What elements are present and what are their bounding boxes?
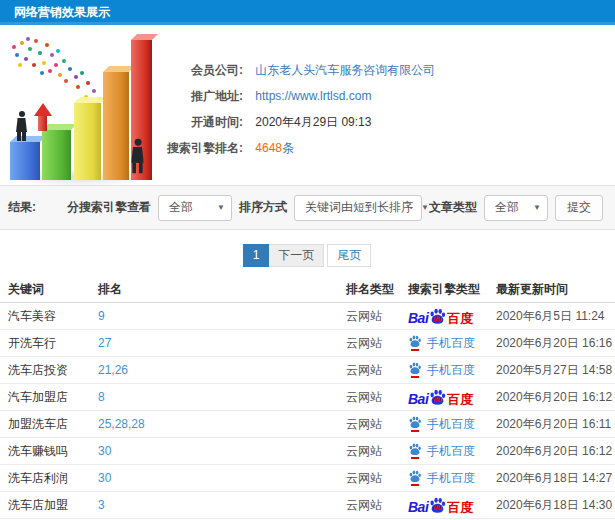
time-cell: 2020年6月18日 14:27 bbox=[496, 470, 615, 487]
app-window: 网络营销效果展示 会员公司: 山东老人头汽车服务咨询有限公司 bbox=[0, 0, 615, 520]
mobile-baidu-paw-icon bbox=[408, 335, 422, 351]
engine-select[interactable]: 全部 ▼ bbox=[158, 195, 232, 221]
time-cell: 2020年5月27日 14:58 bbox=[496, 362, 615, 379]
time-cell: 2020年6月18日 14:30 bbox=[496, 497, 615, 514]
rank-cell[interactable]: 21,26 bbox=[98, 363, 346, 377]
promo-url-label: 推广地址: bbox=[150, 83, 243, 109]
pagination: 1 下一页 尾页 bbox=[0, 244, 615, 267]
time-cell: 2020年6月20日 16:12 bbox=[496, 443, 615, 460]
table-row: 汽车加盟店 8 云网站 Bai du 百度 2020年6月20日 16:12 bbox=[0, 384, 615, 411]
header-update-time: 最新更新时间 bbox=[496, 281, 615, 298]
rank-cell[interactable]: 25,28,28 bbox=[98, 417, 346, 431]
info-row-company: 会员公司: 山东老人头汽车服务咨询有限公司 bbox=[150, 57, 435, 83]
rank-type-cell: 云网站 bbox=[346, 335, 408, 352]
mobile-baidu-paw-icon bbox=[408, 416, 422, 432]
article-type-select-value: 全部 bbox=[495, 199, 519, 216]
table-row: 洗车店投资 21,26 云网站 手机百度 2020年5月27日 14:58 bbox=[0, 357, 615, 384]
businessman-figure-right bbox=[131, 139, 144, 174]
keyword-cell: 洗车店加盟 bbox=[8, 497, 98, 514]
filter-bar: 结果: 分搜索引擎查看 全部 ▼ 排序方式 关键词由短到长排序 ▼ 文章类型 全… bbox=[0, 186, 615, 230]
bar-orange bbox=[103, 72, 129, 180]
rank-type-cell: 云网站 bbox=[346, 443, 408, 460]
page-button-last[interactable]: 尾页 bbox=[327, 244, 371, 267]
baidu-logo: Bai du 百度 bbox=[408, 497, 473, 514]
engine-cell: 手机百度 bbox=[408, 443, 496, 460]
page-title: 网络营销效果展示 bbox=[14, 5, 110, 19]
rank-cell[interactable]: 3 bbox=[98, 498, 346, 512]
rank-cell[interactable]: 27 bbox=[98, 336, 346, 350]
page-button-next[interactable]: 下一页 bbox=[268, 244, 324, 267]
table-row: 洗车店加盟 3 云网站 Bai du 百度 2020年6月18日 14:30 bbox=[0, 492, 615, 519]
company-link[interactable]: 山东老人头汽车服务咨询有限公司 bbox=[255, 63, 435, 77]
engine-cell: 手机百度 bbox=[408, 416, 496, 433]
table-body: 汽车美容 9 云网站 Bai du 百度 2020年6月5日 11:24 开洗车… bbox=[0, 303, 615, 519]
time-cell: 2020年6月5日 11:24 bbox=[496, 308, 615, 325]
keyword-cell: 加盟洗车店 bbox=[8, 416, 98, 433]
info-row-open-time: 开通时间: 2020年4月29日 09:13 bbox=[150, 109, 371, 135]
mobile-baidu-logo: 手机百度 bbox=[408, 362, 475, 379]
table-row: 汽车美容 9 云网站 Bai du 百度 2020年6月5日 11:24 bbox=[0, 303, 615, 330]
table-header-row: 关键词 排名 排名类型 搜索引擎类型 最新更新时间 bbox=[0, 277, 615, 303]
page-button-current[interactable]: 1 bbox=[243, 244, 270, 267]
header-keyword: 关键词 bbox=[8, 281, 98, 298]
time-cell: 2020年6月20日 16:12 bbox=[496, 389, 615, 406]
baidu-logo: Bai du 百度 bbox=[408, 308, 473, 325]
engine-filter-label: 分搜索引擎查看 bbox=[67, 199, 151, 216]
baidu-logo: Bai du 百度 bbox=[408, 389, 473, 406]
sort-select[interactable]: 关键词由短到长排序 ▼ bbox=[294, 195, 422, 221]
header-rank-type: 排名类型 bbox=[346, 281, 408, 298]
rank-type-cell: 云网站 bbox=[346, 389, 408, 406]
company-info-section: 会员公司: 山东老人头汽车服务咨询有限公司 推广地址: https://www.… bbox=[0, 25, 615, 186]
sort-select-value: 关键词由短到长排序 bbox=[305, 199, 413, 216]
table-row: 加盟洗车店 25,28,28 云网站 手机百度 2020年6月20日 16:11 bbox=[0, 411, 615, 438]
article-type-label: 文章类型 bbox=[429, 199, 477, 216]
confetti-dots bbox=[12, 45, 16, 49]
rank-cell[interactable]: 9 bbox=[98, 309, 346, 323]
rank-cell[interactable]: 30 bbox=[98, 471, 346, 485]
header-rank: 排名 bbox=[98, 281, 346, 298]
engine-cell: 手机百度 bbox=[408, 335, 496, 352]
chevron-down-icon: ▼ bbox=[421, 203, 429, 212]
baidu-paw-icon: du bbox=[429, 389, 446, 406]
header-engine-type: 搜索引擎类型 bbox=[408, 281, 496, 298]
mobile-baidu-logo: 手机百度 bbox=[408, 443, 475, 460]
engine-cell: Bai du 百度 bbox=[408, 497, 496, 514]
keyword-cell: 开洗车行 bbox=[8, 335, 98, 352]
rank-type-cell: 云网站 bbox=[346, 470, 408, 487]
mobile-baidu-logo: 手机百度 bbox=[408, 335, 475, 352]
mobile-baidu-paw-icon bbox=[408, 443, 422, 459]
open-time-label: 开通时间: bbox=[150, 109, 243, 135]
bar-yellow bbox=[74, 103, 101, 180]
table-row: 洗车赚钱吗 30 云网站 手机百度 2020年6月20日 16:12 bbox=[0, 438, 615, 465]
red-up-arrow-icon bbox=[34, 103, 52, 131]
chevron-down-icon: ▼ bbox=[217, 203, 225, 212]
rank-type-cell: 云网站 bbox=[346, 362, 408, 379]
info-row-url: 推广地址: https://www.lrtlsd.com bbox=[150, 83, 371, 109]
rank-cell[interactable]: 30 bbox=[98, 444, 346, 458]
rank-count-label: 搜索引擎排名: bbox=[150, 135, 243, 161]
keyword-cell: 汽车美容 bbox=[8, 308, 98, 325]
open-time-value: 2020年4月29日 09:13 bbox=[255, 115, 371, 129]
engine-select-value: 全部 bbox=[169, 199, 193, 216]
rank-type-cell: 云网站 bbox=[346, 308, 408, 325]
keyword-cell: 洗车店投资 bbox=[8, 362, 98, 379]
bar-blue bbox=[10, 142, 40, 180]
company-label: 会员公司: bbox=[150, 57, 243, 83]
submit-button[interactable]: 提交 bbox=[555, 195, 603, 221]
engine-cell: Bai du 百度 bbox=[408, 308, 496, 325]
keyword-cell: 洗车店利润 bbox=[8, 470, 98, 487]
rank-cell[interactable]: 8 bbox=[98, 390, 346, 404]
keyword-cell: 汽车加盟店 bbox=[8, 389, 98, 406]
mobile-baidu-logo: 手机百度 bbox=[408, 470, 475, 487]
baidu-paw-icon: du bbox=[429, 308, 446, 325]
bar-green bbox=[42, 130, 71, 180]
article-type-select[interactable]: 全部 ▼ bbox=[484, 195, 548, 221]
rank-type-cell: 云网站 bbox=[346, 497, 408, 514]
table-row: 洗车店利润 30 云网站 手机百度 2020年6月18日 14:27 bbox=[0, 465, 615, 492]
baidu-paw-icon: du bbox=[429, 497, 446, 514]
rank-count-unit: 条 bbox=[282, 141, 294, 155]
table-row: 开洗车行 27 云网站 手机百度 2020年6月20日 16:16 bbox=[0, 330, 615, 357]
promo-url-link[interactable]: https://www.lrtlsd.com bbox=[255, 89, 371, 103]
result-label: 结果: bbox=[8, 199, 36, 216]
results-table: 关键词 排名 排名类型 搜索引擎类型 最新更新时间 汽车美容 9 云网站 Bai… bbox=[0, 277, 615, 519]
